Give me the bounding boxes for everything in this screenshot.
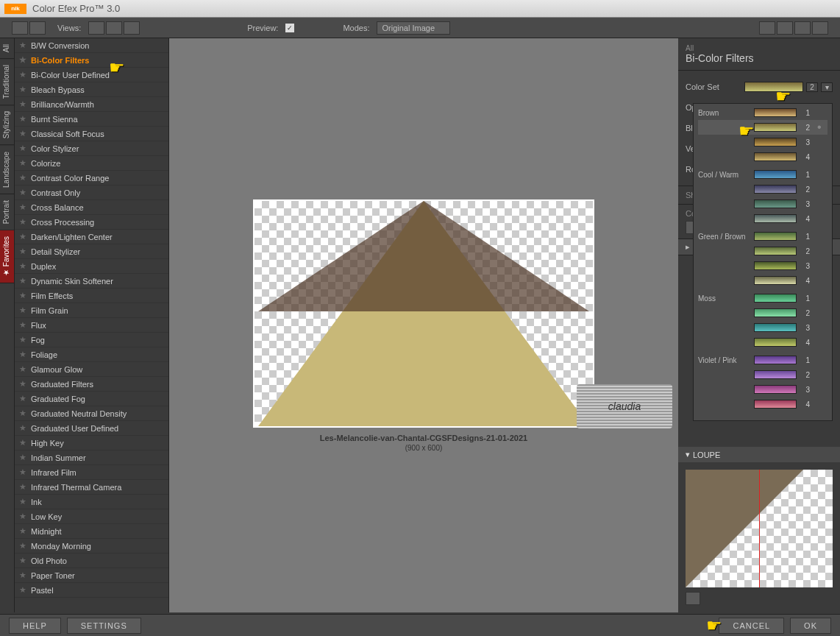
layout-split-icon[interactable]	[106, 21, 122, 35]
filter-item[interactable]: ★Cross Balance	[15, 200, 168, 215]
category-tab-favorites[interactable]: ★ Favorites	[0, 230, 14, 283]
swatch-number: 2	[801, 186, 810, 194]
category-tab-all[interactable]: All	[0, 38, 14, 59]
color-set-option[interactable]: Cool / Warm1	[698, 167, 827, 182]
filter-item[interactable]: ★Fog	[15, 333, 168, 347]
filter-item[interactable]: ★Pastel	[15, 583, 168, 598]
filter-item[interactable]: ★Bleach Bypass	[15, 82, 168, 97]
filter-item[interactable]: ★Foliage	[15, 347, 168, 362]
category-tab-portrait[interactable]: Portrait	[0, 194, 14, 230]
filter-label: Duplex	[31, 262, 56, 271]
filter-item[interactable]: ★Darken/Lighten Center	[15, 230, 168, 244]
filter-item[interactable]: ★Graduated Neutral Density	[15, 406, 168, 421]
chevron-right-icon: ▸	[686, 242, 690, 252]
zoom-icon[interactable]	[777, 21, 793, 35]
color-set-option[interactable]: 3	[698, 320, 827, 335]
color-set-option[interactable]: 2•	[698, 120, 827, 135]
settings-button[interactable]: SETTINGS	[67, 618, 141, 634]
filter-label: Colorize	[31, 159, 60, 168]
color-set-option[interactable]: 3	[698, 197, 827, 211]
color-set-option[interactable]: 2	[698, 244, 827, 258]
layout-single-icon[interactable]	[88, 21, 104, 35]
filter-item[interactable]: ★Graduated User Defined	[15, 421, 168, 436]
pointer-icon[interactable]	[759, 21, 775, 35]
category-tab-landscape[interactable]: Landscape	[0, 146, 14, 194]
help-button[interactable]: HELP	[9, 618, 61, 634]
category-tab-stylizing[interactable]: Stylizing	[0, 105, 14, 145]
filter-label: B/W Conversion	[31, 41, 89, 50]
footer-bar: HELP SETTINGS CANCEL OK	[0, 614, 840, 636]
filter-item[interactable]: ★Color Stylizer	[15, 141, 168, 156]
filter-item[interactable]: ★Indian Summer	[15, 451, 168, 465]
loupe-header[interactable]: ▾ LOUPE	[678, 447, 840, 462]
filter-item[interactable]: ★Glamour Glow	[15, 362, 168, 377]
preview-checkbox[interactable]: ✓	[285, 24, 294, 32]
filter-item[interactable]: ★Duplex	[15, 259, 168, 274]
color-set-option[interactable]: 2	[698, 305, 827, 320]
color-set-option[interactable]: 3	[698, 382, 827, 397]
filter-label: Graduated Filters	[31, 380, 93, 389]
color-set-option[interactable]: 2	[698, 367, 827, 382]
filter-item[interactable]: ★Colorize	[15, 156, 168, 171]
filter-item[interactable]: ★Detail Stylizer	[15, 244, 168, 259]
layout-side-icon[interactable]	[124, 21, 140, 35]
filter-item[interactable]: ★Infrared Thermal Camera	[15, 480, 168, 495]
filter-item[interactable]: ★B/W Conversion	[15, 38, 168, 53]
filter-item[interactable]: ★Classical Soft Focus	[15, 127, 168, 141]
filter-item[interactable]: ★Film Effects	[15, 289, 168, 303]
filter-item[interactable]: ★Contrast Only	[15, 186, 168, 200]
hand-icon[interactable]	[794, 21, 811, 35]
swatch-number: 2	[801, 309, 810, 317]
filter-item[interactable]: ★Paper Toner	[15, 568, 168, 583]
filter-item[interactable]: ★Brilliance/Warmth	[15, 97, 168, 112]
view-thumb-icon[interactable]	[12, 21, 28, 35]
color-swatch	[754, 356, 797, 364]
loupe-pin-button[interactable]	[686, 592, 700, 605]
color-set-option[interactable]: 3	[698, 258, 827, 273]
filter-item[interactable]: ★Low Key	[15, 509, 168, 524]
filter-item[interactable]: ★Old Photo	[15, 554, 168, 568]
filter-item[interactable]: ★Flux	[15, 318, 168, 333]
color-set-option[interactable]: Moss1	[698, 291, 827, 305]
filter-item[interactable]: ★Monday Morning	[15, 539, 168, 554]
cancel-button[interactable]: CANCEL	[719, 618, 784, 634]
color-swatch	[754, 232, 797, 241]
star-icon: ★	[19, 467, 26, 477]
filter-label: High Key	[31, 439, 64, 448]
color-set-option[interactable]: 4	[698, 211, 827, 226]
color-set-option[interactable]: Violet / Pink1	[698, 353, 827, 367]
color-set-dropdown: Brown12•34Cool / Warm1234Green / Brown12…	[693, 103, 833, 421]
filter-item[interactable]: ★Cross Processing	[15, 215, 168, 230]
filter-label: Bi-Color User Defined	[31, 71, 110, 80]
ok-button[interactable]: OK	[790, 618, 831, 634]
color-set-option[interactable]: 2	[698, 182, 827, 197]
color-set-swatch[interactable]	[744, 82, 803, 92]
filter-item[interactable]: ★Graduated Filters	[15, 377, 168, 392]
color-set-option[interactable]: 4	[698, 273, 827, 288]
color-set-option[interactable]: 4	[698, 149, 827, 164]
color-set-option[interactable]: Brown1	[698, 105, 827, 120]
filter-item[interactable]: ★Film Grain	[15, 303, 168, 318]
filter-item[interactable]: ★Burnt Sienna	[15, 112, 168, 127]
filter-item[interactable]: ★High Key	[15, 436, 168, 451]
swatch-number: 3	[801, 324, 810, 332]
modes-dropdown[interactable]: Original Image	[377, 21, 450, 35]
light-icon[interactable]	[812, 21, 828, 35]
color-set-option[interactable]: 3	[698, 135, 827, 149]
filter-label: Color Stylizer	[31, 144, 79, 153]
color-set-dropdown-btn[interactable]: ▾	[821, 82, 833, 92]
color-set-option[interactable]: Green / Brown1	[698, 229, 827, 244]
filter-item[interactable]: ★Dynamic Skin Softener	[15, 274, 168, 289]
filter-item[interactable]: ★Midnight	[15, 524, 168, 539]
category-tab-traditional[interactable]: Traditional	[0, 59, 14, 105]
view-list-icon[interactable]	[29, 21, 46, 35]
filter-item[interactable]: ★Contrast Color Range	[15, 171, 168, 186]
star-icon: ★	[19, 158, 26, 168]
filter-item[interactable]: ★Ink	[15, 495, 168, 509]
color-set-option[interactable]: 4	[698, 397, 827, 411]
filter-item[interactable]: ★Infrared Film	[15, 465, 168, 480]
filter-item[interactable]: ★Bi-Color Filters	[15, 53, 168, 68]
filter-item[interactable]: ★Graduated Fog	[15, 392, 168, 406]
filter-item[interactable]: ★Bi-Color User Defined	[15, 68, 168, 82]
color-set-option[interactable]: 4	[698, 335, 827, 350]
